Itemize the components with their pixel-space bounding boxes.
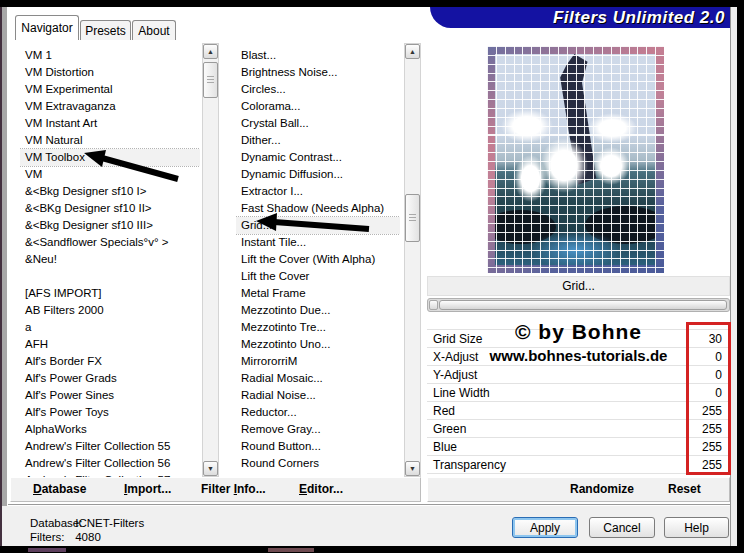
list-item[interactable]: Reductor... (236, 404, 400, 421)
list-item[interactable]: Remove Gray... (236, 421, 400, 438)
list-item[interactable]: &<Bkg Designer sf10 III> (20, 217, 200, 234)
status-database-value: ICNET-Filters (75, 516, 144, 530)
screen-edge (0, 546, 744, 553)
parameter-row[interactable]: Line Width0 (427, 384, 730, 402)
list-item[interactable]: MirrororriM (236, 353, 400, 370)
filter-list-scrollbar[interactable]: ▲ ▼ (404, 43, 421, 477)
help-button[interactable]: Help (664, 517, 729, 538)
status-database: Database: ICNET-Filters (30, 516, 144, 530)
list-item[interactable]: Mezzotinto Uno... (236, 336, 400, 353)
parameter-row[interactable]: Blue255 (427, 438, 730, 456)
list-item[interactable]: Round Corners (236, 455, 400, 472)
list-item[interactable]: Brightness Noise... (236, 64, 400, 81)
list-item[interactable]: Alf's Power Sines (20, 387, 200, 404)
scrollbar-thumb[interactable] (405, 194, 420, 242)
list-item[interactable]: Lift the Cover (With Alpha) (236, 251, 400, 268)
category-list: VM 1VM DistortionVM ExperimentalVM Extra… (20, 44, 200, 477)
list-item[interactable]: Mezzotinto Due... (236, 302, 400, 319)
parameter-label: Green (427, 420, 466, 437)
grid-filter-overlay (487, 46, 664, 273)
list-item[interactable]: Colorama... (236, 98, 400, 115)
list-item[interactable]: Grid... (236, 217, 400, 234)
list-item[interactable]: &Neu! (20, 251, 200, 268)
list-item[interactable]: VM Toolbox (20, 149, 200, 166)
screen-edge (737, 0, 744, 553)
list-item[interactable]: AlphaWorks (20, 421, 200, 438)
window-left-edge (0, 7, 2, 546)
scrollbar-thumb[interactable] (203, 62, 218, 98)
tab-navigator[interactable]: Navigator (15, 15, 79, 40)
desktop-fragment (268, 548, 314, 552)
scroll-up-icon[interactable]: ▲ (405, 44, 420, 59)
list-item[interactable]: VM Natural (20, 132, 200, 149)
list-item[interactable]: VM Extravaganza (20, 98, 200, 115)
database-toolbar: DatabaseImport...Filter Info...Editor... (10, 477, 421, 502)
parameter-row[interactable]: Red255 (427, 402, 730, 420)
list-item[interactable]: Crystal Ball... (236, 115, 400, 132)
filter-info-button[interactable]: Filter Info... (201, 478, 266, 501)
watermark-line1: © by Bohne (427, 320, 730, 344)
parameter-row[interactable]: Y-Adjust0 (427, 366, 730, 384)
list-item[interactable]: VM Instant Art (20, 115, 200, 132)
cancel-button[interactable]: Cancel (589, 517, 655, 538)
database-button[interactable]: Database (33, 478, 86, 501)
list-item[interactable]: Dither... (236, 132, 400, 149)
list-item[interactable]: VM Distortion (20, 64, 200, 81)
list-item[interactable]: Circles... (236, 81, 400, 98)
scroll-down-icon[interactable]: ▼ (203, 461, 218, 476)
scroll-up-icon[interactable]: ▲ (203, 44, 218, 59)
list-item[interactable]: Instant Tile... (236, 234, 400, 251)
parameter-label: Transparency (427, 456, 506, 473)
list-item[interactable]: AFH (20, 336, 200, 353)
list-item[interactable]: Alf's Border FX (20, 353, 200, 370)
caption-text: Grid... (562, 279, 595, 293)
editor-button[interactable]: Editor... (299, 478, 343, 501)
list-item[interactable]: Mezzotinto Tre... (236, 319, 400, 336)
annotation-red-box (686, 322, 731, 475)
desktop-fragment (28, 548, 66, 552)
tab-presets[interactable]: Presets (80, 20, 131, 40)
list-item[interactable]: &<Bkg Designer sf10 I> (20, 183, 200, 200)
parameter-label: Blue (427, 438, 457, 455)
list-item[interactable]: Fast Shadow (Needs Alpha) (236, 200, 400, 217)
scroll-down-icon[interactable]: ▼ (405, 461, 420, 476)
scrollbar-left-cap[interactable] (429, 300, 438, 310)
list-item[interactable]: Alf's Power Toys (20, 404, 200, 421)
list-item[interactable]: VM 1 (20, 47, 200, 64)
list-item[interactable]: Andrew's Filter Collection 56 (20, 455, 200, 472)
list-item[interactable]: Radial Mosaic... (236, 370, 400, 387)
list-item[interactable]: Round Button... (236, 438, 400, 455)
list-item[interactable]: Dynamic Contrast... (236, 149, 400, 166)
list-item[interactable]: VM Experimental (20, 81, 200, 98)
list-item[interactable]: AB Filters 2000 (20, 302, 200, 319)
category-list-scrollbar[interactable]: ▲ ▼ (202, 43, 219, 477)
watermark-line2: www.bohnes-tutorials.de (427, 347, 730, 364)
list-item[interactable]: Lift the Cover (236, 268, 400, 285)
filter-preview-image (487, 46, 664, 273)
list-item[interactable]: Alf's Power Grads (20, 370, 200, 387)
list-item[interactable]: Extractor I... (236, 183, 400, 200)
list-item[interactable]: Blast... (236, 47, 400, 64)
status-filters-label: Filters: (30, 530, 72, 544)
list-item[interactable]: Dynamic Diffusion... (236, 166, 400, 183)
list-item[interactable]: a (20, 319, 200, 336)
screen-edge (0, 0, 744, 7)
randomize-button[interactable]: Randomize (570, 478, 634, 501)
list-item[interactable]: Metal Frame (236, 285, 400, 302)
filters-unlimited-window: Filters Unlimited 2.0 NavigatorPresetsAb… (0, 0, 744, 553)
preview-horizontal-scrollbar[interactable] (427, 298, 730, 312)
list-item[interactable]: &<Sandflower Specials°v° > (20, 234, 200, 251)
list-item[interactable]: Andrew's Filter Collection 55 (20, 438, 200, 455)
parameter-row[interactable]: Green255 (427, 420, 730, 438)
list-item[interactable]: &<BKg Designer sf10 II> (20, 200, 200, 217)
list-item[interactable]: VM (20, 166, 200, 183)
list-item[interactable]: [AFS IMPORT] (20, 285, 200, 302)
tab-about[interactable]: About (132, 20, 176, 40)
parameter-row[interactable]: Transparency255 (427, 456, 730, 474)
list-item[interactable]: Radial Noise... (236, 387, 400, 404)
apply-button[interactable]: Apply (512, 517, 578, 538)
reset-button[interactable]: Reset (668, 478, 701, 501)
scrollbar-thumb[interactable] (439, 300, 727, 310)
list-item[interactable] (20, 268, 200, 285)
import-button[interactable]: Import... (124, 478, 171, 501)
